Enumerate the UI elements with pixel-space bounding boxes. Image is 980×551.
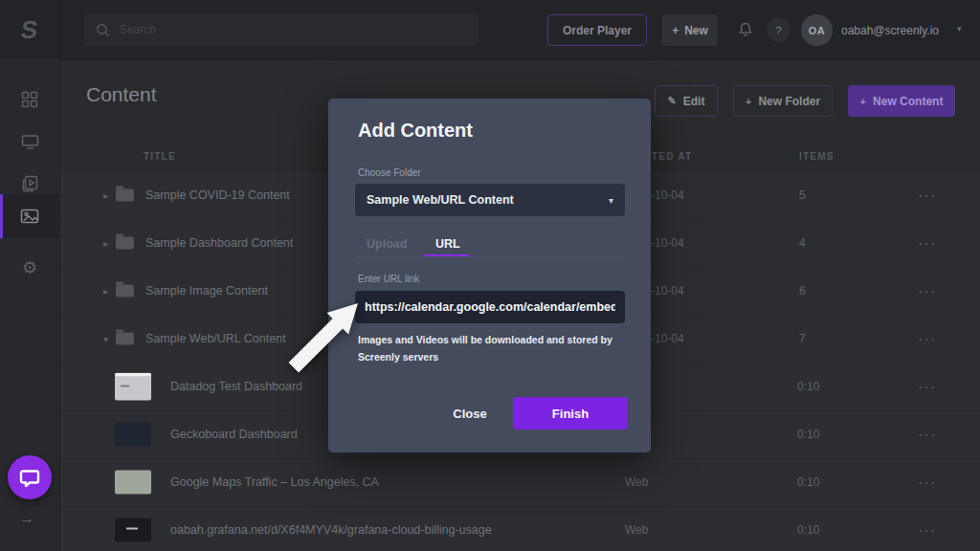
chevron-down-icon: ▾ — [609, 195, 613, 206]
row-menu-icon[interactable]: ··· — [919, 284, 937, 298]
table-row[interactable]: oabah.grafana.net/d/X6f4MYV4k/grafana-cl… — [60, 507, 980, 551]
row-created-at: -10-04 — [651, 284, 684, 298]
row-title: Sample Web/URL Content — [145, 332, 286, 345]
row-type: Web — [625, 523, 648, 537]
plus-icon: + — [672, 24, 679, 37]
sidebar-item-content[interactable] — [0, 195, 59, 237]
app-window: S Order Player + New ? OA oabah@screenly… — [0, 0, 980, 551]
content-thumbnail — [115, 471, 151, 495]
url-input-label: Enter URL link — [358, 274, 419, 284]
folder-icon — [116, 189, 134, 202]
plus-icon: + — [860, 96, 866, 107]
download-note: Images and Videos will be downloaded and… — [358, 332, 628, 366]
row-menu-icon[interactable]: ··· — [919, 475, 937, 490]
row-duration: 0:10 — [797, 523, 819, 537]
help-button[interactable]: ? — [767, 18, 791, 42]
row-items-count: 7 — [799, 332, 806, 345]
row-duration: 0:10 — [797, 475, 819, 489]
row-title: Sample Dashboard Content — [145, 236, 293, 250]
tab-divider — [355, 256, 625, 257]
sidebar-item-settings[interactable]: ⚙ — [0, 247, 59, 289]
row-menu-icon[interactable]: ··· — [919, 380, 937, 394]
expand-caret-icon[interactable]: ▾ — [103, 334, 108, 344]
folder-icon — [116, 285, 134, 298]
folder-icon — [116, 237, 134, 250]
row-duration: 0:10 — [797, 428, 819, 441]
finish-button[interactable]: Finish — [513, 397, 628, 430]
chat-widget-button[interactable] — [8, 455, 52, 499]
monitor-icon — [21, 134, 39, 150]
row-title: Google Maps Traffic – Los Angeles, CA — [170, 475, 379, 489]
column-header-title: TITLE — [144, 151, 176, 162]
folder-icon — [116, 333, 134, 345]
image-icon — [20, 209, 39, 224]
expand-caret-icon[interactable]: ▸ — [103, 286, 108, 297]
modal-title: Add Content — [358, 120, 473, 142]
grid-icon — [21, 91, 38, 108]
chat-bubble-icon — [19, 468, 40, 488]
notifications-bell-icon[interactable] — [737, 21, 754, 39]
pencil-icon: ✎ — [668, 95, 677, 107]
sidebar-item-screens[interactable] — [0, 121, 59, 163]
row-menu-icon[interactable]: ··· — [919, 332, 937, 346]
screenly-logo[interactable]: S — [0, 0, 60, 59]
row-created-at: -10-04 — [651, 332, 684, 345]
order-player-button[interactable]: Order Player — [547, 14, 647, 46]
expand-caret-icon[interactable]: ▸ — [103, 238, 108, 249]
row-menu-icon[interactable]: ··· — [919, 236, 937, 251]
account-email[interactable]: oabah@screenly.io — [841, 24, 939, 37]
expand-caret-icon[interactable]: ▸ — [103, 190, 108, 201]
tab-url[interactable]: URL — [435, 237, 460, 251]
collapse-arrow-icon[interactable]: → — [19, 510, 34, 527]
new-content-button[interactable]: + New Content — [848, 85, 955, 117]
content-thumbnail — [115, 518, 151, 542]
tab-upload[interactable]: Upload — [367, 237, 407, 251]
row-created-at: -10-04 — [651, 188, 684, 202]
top-bar: S Order Player + New ? OA oabah@screenly… — [0, 0, 980, 60]
search-icon — [96, 23, 110, 37]
row-created-at: -10-04 — [651, 236, 684, 250]
row-items-count: 5 — [799, 188, 806, 202]
choose-folder-label: Choose Folder — [358, 167, 421, 178]
row-menu-icon[interactable]: ··· — [919, 428, 937, 442]
row-menu-icon[interactable]: ··· — [919, 523, 937, 538]
search-input[interactable] — [110, 23, 479, 36]
row-title: Geckoboard Dashboard — [170, 428, 298, 441]
row-title: Sample COVID-19 Content — [145, 188, 290, 202]
new-button[interactable]: + New — [662, 14, 718, 46]
avatar[interactable]: OA — [801, 14, 833, 46]
sidebar-item-dashboard[interactable] — [0, 78, 59, 121]
logo-icon: S — [19, 15, 40, 45]
new-folder-button[interactable]: + New Folder — [733, 85, 833, 117]
column-header-items: ITEMS — [799, 151, 835, 162]
gear-icon: ⚙ — [22, 259, 37, 276]
column-header-created-at: TED AT — [652, 151, 692, 162]
content-thumbnail — [115, 373, 151, 401]
folder-select[interactable]: Sample Web/URL Content ▾ — [355, 184, 625, 216]
account-menu-caret-icon[interactable]: ▾ — [957, 24, 962, 33]
row-title: oabah.grafana.net/d/X6f4MYV4k/grafana-cl… — [170, 523, 492, 537]
playlist-icon — [22, 175, 38, 192]
url-input[interactable] — [355, 291, 625, 323]
content-thumbnail — [115, 423, 151, 447]
page-title: Content — [86, 83, 157, 106]
row-items-count: 4 — [799, 236, 806, 250]
row-title: Sample Image Content — [145, 284, 268, 298]
row-duration: 0:10 — [797, 380, 819, 393]
search-bar[interactable] — [84, 13, 479, 46]
row-title: Datadog Test Dashboard — [170, 380, 302, 393]
edit-button[interactable]: ✎ Edit — [655, 85, 718, 117]
folder-select-value: Sample Web/URL Content — [367, 193, 609, 207]
close-button[interactable]: Close — [441, 397, 499, 430]
plus-icon: + — [746, 96, 751, 107]
add-content-modal: Add Content Choose Folder Sample Web/URL… — [328, 99, 651, 452]
table-row[interactable]: Google Maps Traffic – Los Angeles, CAWeb… — [60, 459, 980, 505]
row-items-count: 6 — [799, 284, 806, 298]
row-type: Web — [625, 475, 648, 489]
row-menu-icon[interactable]: ··· — [919, 188, 937, 203]
